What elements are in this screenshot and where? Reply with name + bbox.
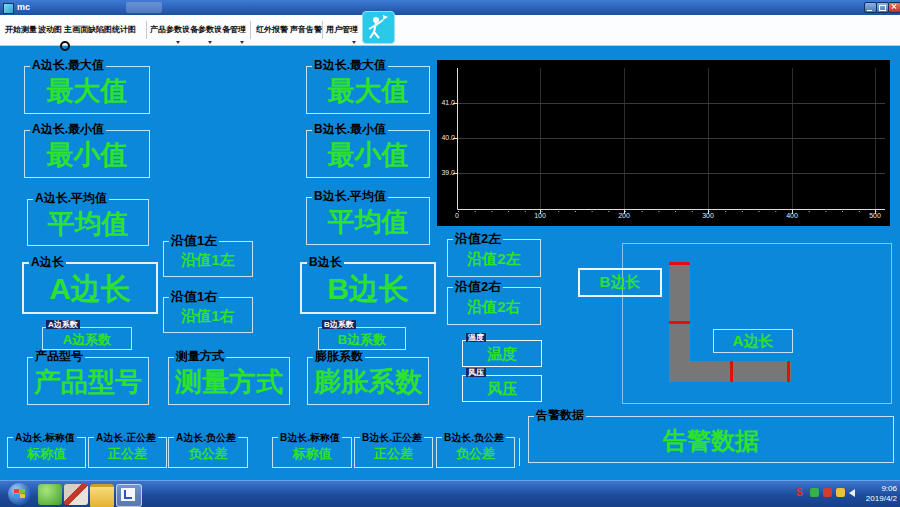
field-a-length: A边长 A边长 <box>22 262 158 314</box>
menu-infrared-alarm[interactable]: 红外报警 <box>256 24 288 35</box>
field-value: A边长 <box>24 266 156 312</box>
field-value: 标称值 <box>8 440 85 467</box>
field-value: B边系数 <box>319 330 405 349</box>
taskbar-clock[interactable]: 9:06 2019/4/2 <box>866 484 897 504</box>
field-edge2-right: 沿值2右 沿值2右 <box>447 287 541 325</box>
field-temperature: 温度 温度 <box>462 340 542 367</box>
field-value: 负公差 <box>437 440 514 467</box>
menu-device-params[interactable]: 设备参数 <box>182 24 214 35</box>
field-a-min: A边长.最小值 最小值 <box>24 130 150 178</box>
menu-stats-chart[interactable]: 统计图 <box>112 24 136 35</box>
field-b-max: B边长.最大值 最大值 <box>306 66 430 114</box>
field-value: 最大值 <box>25 69 149 113</box>
field-value: 负公差 <box>169 440 247 467</box>
field-alarm-data: 告警数据 告警数据 <box>528 416 894 463</box>
field-value: A边系数 <box>43 330 131 349</box>
taskbar-app-globe-icon[interactable] <box>38 484 62 505</box>
close-button[interactable] <box>888 2 900 13</box>
taskbar-app-paint-icon[interactable] <box>64 484 88 505</box>
measure-mark-bottom-end <box>787 361 790 382</box>
field-b-neg-tolerance: B边长.负公差 负公差 <box>436 437 515 468</box>
field-value: 告警数据 <box>529 419 893 462</box>
clock-time: 9:06 <box>866 484 897 494</box>
menu-sound-alarm[interactable]: 声音告警 <box>290 24 322 35</box>
profile-diagram-panel: A边长 <box>622 243 892 404</box>
measure-mark-mid <box>669 321 690 324</box>
chevron-down-icon <box>208 41 212 44</box>
field-value: 测量方式 <box>169 360 289 404</box>
field-label: 风压 <box>466 368 486 377</box>
menu-separator <box>146 21 147 39</box>
field-a-avg: A边长.平均值 平均值 <box>27 199 149 246</box>
field-expansion-coef: 膨胀系数 膨胀系数 <box>307 357 429 405</box>
field-a-coef: A边系数 A边系数 <box>42 327 132 350</box>
menu-defect-chart[interactable]: 缺陷图 <box>88 24 112 35</box>
tray-speaker-icon[interactable] <box>849 489 855 497</box>
field-value: 正公差 <box>355 440 432 467</box>
tray-green-icon[interactable] <box>810 488 819 497</box>
menu-device-manage[interactable]: 设备管理 <box>214 24 246 35</box>
menu-separator <box>322 21 323 39</box>
menu-separator <box>250 21 251 39</box>
start-button[interactable] <box>8 483 31 505</box>
menu-start-measure[interactable]: 开始测量 <box>5 24 37 35</box>
tray-red-icon[interactable] <box>823 488 832 497</box>
x-tick-label: 500 <box>865 212 885 219</box>
field-edge2-left: 沿值2左 沿值2左 <box>447 239 541 277</box>
field-value: 风压 <box>463 378 541 401</box>
menu-product-params[interactable]: 产品参数 <box>150 24 182 35</box>
taskbar-app-active-icon[interactable] <box>116 484 142 507</box>
menu-user-manage[interactable]: 用户管理 <box>326 24 358 35</box>
record-indicator-icon <box>60 41 70 51</box>
app-window: mc 开始测量 波动图 主画面 缺陷图 统计图 产品参数 设备参数 设备管理 红… <box>0 0 900 507</box>
windows-flag-icon <box>20 494 25 498</box>
a-edge-tag: A边长 <box>713 329 793 353</box>
field-value: 沿值1右 <box>164 300 252 332</box>
titlebar-highlight <box>126 2 162 13</box>
title-bar: mc <box>0 0 900 15</box>
tray-sogou-icon[interactable]: S <box>796 487 803 498</box>
field-a-max: A边长.最大值 最大值 <box>24 66 150 114</box>
field-product-model: 产品型号 产品型号 <box>27 357 149 405</box>
menu-main-screen[interactable]: 主画面 <box>64 24 88 35</box>
menu-wave-chart[interactable]: 波动图 <box>38 24 62 35</box>
field-value: 膨胀系数 <box>308 360 428 404</box>
field-b-pos-tolerance: B边长.正公差 正公差 <box>354 437 433 468</box>
field-b-min: B边长.最小值 最小值 <box>306 130 430 178</box>
x-tick-label: 300 <box>698 212 718 219</box>
tray-yellow-icon[interactable] <box>836 488 845 497</box>
window-title: mc <box>17 2 30 12</box>
field-b-coef: B边系数 B边系数 <box>318 327 406 350</box>
taskbar-app-folder-icon[interactable] <box>90 484 114 507</box>
measure-mark-top <box>669 262 690 265</box>
field-value: 沿值2左 <box>448 242 540 276</box>
y-tick-label: 40.0 <box>438 134 455 141</box>
field-b-length: B边长 B边长 <box>300 262 436 314</box>
user-person-icon[interactable] <box>362 11 395 44</box>
field-a-pos-tolerance: A边长.正公差 正公差 <box>88 437 167 468</box>
field-value: 沿值1左 <box>164 244 252 276</box>
chevron-down-icon <box>176 41 180 44</box>
field-value: 产品型号 <box>28 360 148 404</box>
field-label: A边系数 <box>46 320 80 329</box>
field-a-nominal: A边长.标称值 标称值 <box>7 437 86 468</box>
b-edge-tag: B边长 <box>578 268 662 297</box>
chevron-down-icon <box>352 41 356 44</box>
taskbar: S 9:06 2019/4/2 <box>0 480 900 507</box>
field-value: 最小值 <box>307 133 429 177</box>
windows-flag-icon <box>20 489 25 493</box>
x-tick-label: 0 <box>447 212 467 219</box>
chevron-down-icon <box>240 41 244 44</box>
windows-flag-icon <box>14 494 19 498</box>
field-value: 平均值 <box>307 200 429 244</box>
field-value: 标称值 <box>273 440 351 467</box>
field-b-avg: B边长.平均值 平均值 <box>306 197 430 245</box>
menu-bar: 开始测量 波动图 主画面 缺陷图 统计图 产品参数 设备参数 设备管理 红外报警… <box>0 15 900 46</box>
y-tick-label: 39.0 <box>438 169 455 176</box>
active-app-glyph <box>121 488 135 501</box>
partial-groupbox-edge <box>519 438 520 466</box>
field-edge1-right: 沿值1右 沿值1右 <box>163 297 253 333</box>
field-a-neg-tolerance: A边长.负公差 负公差 <box>168 437 248 468</box>
y-tick-label: 41.0 <box>438 99 455 106</box>
chart-axes <box>437 60 890 226</box>
